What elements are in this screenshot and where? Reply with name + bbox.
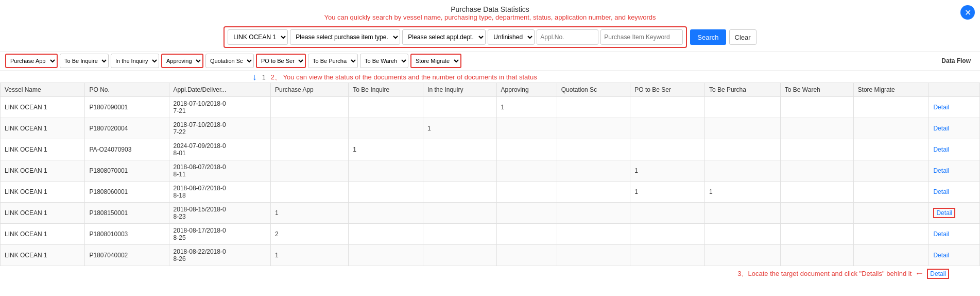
table-row: LINK OCEAN 1P18070200042018-07-10/2018-0… [1, 118, 980, 139]
step3-annotation: 3、Locate the target document and click "… [737, 269, 912, 278]
col-detail [929, 83, 980, 97]
search-bar-inner: LINK OCEAN 1 Please select purchase item… [223, 26, 687, 48]
clear-button[interactable]: Clear [729, 29, 757, 45]
dept-select[interactable]: Please select appl.dept. [402, 29, 486, 45]
filter-po-ser[interactable]: PO to Be Ser [256, 54, 306, 68]
step2-annotation: 2、 You can view the status of the docume… [271, 73, 537, 82]
detail-highlight-link[interactable]: Detail [927, 269, 949, 279]
arrow-right-icon: ← [915, 268, 924, 279]
page-title: Purchase Data Statistics [0, 5, 980, 13]
annotation-row-3: 3、Locate the target document and click "… [0, 266, 980, 281]
detail-link[interactable]: Detail [933, 125, 949, 132]
col-approving: Approving [496, 83, 557, 97]
table-row: LINK OCEAN 1PA-O240709032024-07-09/2018-… [1, 139, 980, 160]
table-row: LINK OCEAN 1P18070900012018-07-10/2018-0… [1, 97, 980, 118]
purchase-type-select[interactable]: Please select purchase item type. [290, 29, 400, 45]
data-table: Vessel Name PO No. Appl.Date/Deliver... … [0, 83, 980, 266]
page-header: Purchase Data Statistics You can quickly… [0, 0, 980, 23]
detail-link[interactable]: Detail [933, 104, 949, 111]
appl-no-input[interactable] [537, 29, 598, 45]
table-row: LINK OCEAN 1P18080600012018-08-07/2018-0… [1, 182, 980, 203]
filter-to-wareh[interactable]: To Be Wareh [360, 54, 408, 68]
filter-purchase-app[interactable]: Purchase App [5, 54, 58, 68]
arrow-down-icon: ↓ [252, 72, 257, 83]
status-filter-bar: Purchase App To Be Inquire In the Inquir… [0, 51, 980, 71]
col-to-wareh: To Be Wareh [780, 83, 853, 97]
table-header-row: Vessel Name PO No. Appl.Date/Deliver... … [1, 83, 980, 97]
detail-link[interactable]: Detail [933, 252, 949, 259]
filter-to-be-inquire[interactable]: To Be Inquire [60, 54, 109, 68]
search-bar: LINK OCEAN 1 Please select purchase item… [0, 23, 980, 51]
keyword-input[interactable] [600, 29, 683, 45]
table-row: LINK OCEAN 1P18081500012018-08-15/2018-0… [1, 203, 980, 224]
col-quotation: Quotation Sc [557, 83, 630, 97]
vessel-select[interactable]: LINK OCEAN 1 [228, 29, 288, 45]
col-in-inquiry: In the Inquiry [423, 83, 496, 97]
col-vessel: Vessel Name [1, 83, 85, 97]
col-to-be-inquire: To Be Inquire [349, 83, 423, 97]
col-to-purcha: To Be Purcha [704, 83, 780, 97]
col-store-migrate: Store Migrate [853, 83, 929, 97]
col-po-ser: PO to Be Ser [630, 83, 705, 97]
detail-link[interactable]: Detail [933, 146, 949, 153]
status-select[interactable]: Unfinished [488, 29, 535, 45]
close-button[interactable]: ✕ [960, 5, 975, 20]
detail-link[interactable]: Detail [933, 188, 949, 195]
filter-quotation[interactable]: Quotation Sc [205, 54, 254, 68]
search-button[interactable]: Search [690, 29, 726, 45]
data-flow-label: Data Flow [937, 57, 975, 64]
table-row: LINK OCEAN 1P18080100032018-08-17/2018-0… [1, 224, 980, 245]
col-purchase-app: Purchase App [271, 83, 349, 97]
annotation-count: 1 [262, 74, 266, 81]
detail-link-highlight[interactable]: Detail [933, 208, 955, 218]
col-date: Appl.Date/Deliver... [169, 83, 271, 97]
filter-store-migrate[interactable]: Store Migrate [410, 54, 461, 68]
filter-approving[interactable]: Approving [161, 54, 203, 68]
filter-to-purcha[interactable]: To Be Purcha [308, 54, 358, 68]
filter-in-inquiry[interactable]: In the Inquiry [111, 54, 159, 68]
table-row: LINK OCEAN 1P18080700012018-08-07/2018-0… [1, 160, 980, 182]
table-row: LINK OCEAN 1P18070400022018-08-22/2018-0… [1, 245, 980, 266]
detail-link[interactable]: Detail [933, 167, 949, 174]
annotation-row-2: ↓ 1 2、 You can view the status of the do… [0, 71, 980, 83]
detail-link[interactable]: Detail [933, 231, 949, 238]
col-po-no: PO No. [85, 83, 169, 97]
page-subtitle: You can quickly search by vessel name, p… [0, 13, 980, 21]
